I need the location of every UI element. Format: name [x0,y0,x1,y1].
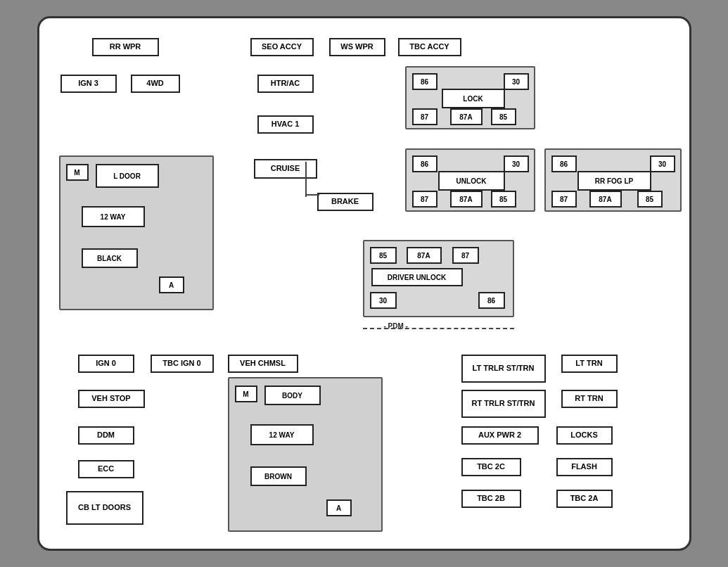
rr-fog-lp-label: RR FOG LP [577,171,651,191]
ign0-box: IGN 0 [78,355,134,373]
n87a-rr: 87A [589,191,622,208]
n86-driver: 86 [478,292,505,309]
l-door-label: L DOOR [96,164,159,188]
n86-unlock: 86 [412,155,438,172]
tbc-2c-box: TBC 2C [461,458,521,476]
black-label: BLACK [82,248,138,268]
rt-trlr-st-trn-box: RT TRLR ST/TRN [461,390,546,418]
n87a-driver: 87A [407,247,442,264]
line-brake-h [305,194,319,196]
body-label: BODY [264,386,321,405]
n87-rr: 87 [551,191,577,208]
n87-unlock: 87 [412,191,438,208]
htr-ac-box: HTR/AC [257,75,314,93]
tbc-2a-box: TBC 2A [556,490,613,508]
flash-box: FLASH [556,458,613,476]
unlock-relay-group: 86 30 UNLOCK 87 87A 85 [405,148,535,212]
line-cruise-brake [305,162,307,197]
tbc-ign0-box: TBC IGN 0 [151,355,214,373]
n87-lock: 87 [412,108,438,125]
n85-driver: 85 [370,247,397,264]
veh-chmsl-box: VEH CHMSL [228,355,298,373]
unlock-label: UNLOCK [438,171,505,191]
locks-box: LOCKS [556,426,613,445]
tbc-accy-box: TBC ACCY [398,38,461,56]
aux-pwr2-box: AUX PWR 2 [461,426,539,445]
n87-driver: 87 [452,247,479,264]
n30-lock: 30 [504,73,529,90]
driver-unlock-label: DRIVER UNLOCK [371,268,463,286]
way12-body: 12 WAY [250,424,314,445]
rr-fog-relay-group: 86 30 RR FOG LP 87 87A 85 [544,148,682,212]
hvac1-box: HVAC 1 [257,115,314,134]
cb-lt-doors-box: CB LT DOORS [66,491,143,525]
seo-accy-box: SEO ACCY [250,38,314,56]
way12-ldoor: 12 WAY [82,206,145,227]
lt-trlr-st-trn-box: LT TRLR ST/TRN [461,355,546,383]
brown-label: BROWN [250,466,307,486]
n30-rr: 30 [650,155,675,172]
rt-trn-box: RT TRN [561,390,618,408]
tbc-2b-box: TBC 2B [461,490,521,508]
lock-label: LOCK [442,89,505,108]
ddm-box: DDM [78,426,134,445]
body-group: M BODY 12 WAY BROWN A [228,377,383,532]
ecc-box: ECC [78,460,134,478]
cruise-box: CRUISE [254,159,317,179]
m-ldoor: M [66,164,89,181]
n86-lock: 86 [412,73,438,90]
n30-driver: 30 [370,292,397,309]
n87a-unlock: 87A [450,191,483,208]
a-ldoor: A [159,276,184,293]
4wd-box: 4WD [131,75,180,93]
ign3-box: IGN 3 [60,75,117,93]
rr-wpr-box: RR WPR [92,38,159,56]
m-body: M [235,386,257,402]
brake-box: BRAKE [317,193,373,211]
n85-unlock: 85 [491,191,516,208]
a-body: A [326,499,352,516]
lock-relay-group: 86 30 LOCK 87 87A 85 [405,66,535,129]
veh-stop-box: VEH STOP [78,390,145,408]
diagram-container: RR WPR SEO ACCY WS WPR TBC ACCY IGN 3 4W… [37,16,691,551]
n87a-lock: 87A [450,108,483,125]
n30-unlock: 30 [504,155,529,172]
n86-rr: 86 [551,155,577,172]
ws-wpr-box: WS WPR [329,38,385,56]
n85-lock: 85 [491,108,516,125]
driver-unlock-relay-group: 85 87A 87 DRIVER UNLOCK 30 86 [363,240,514,317]
n85-rr: 85 [637,191,663,208]
lt-trn-box: LT TRN [561,355,618,373]
l-door-group: M L DOOR 12 WAY BLACK A [59,155,214,310]
pdm-dashed-line [363,328,514,329]
